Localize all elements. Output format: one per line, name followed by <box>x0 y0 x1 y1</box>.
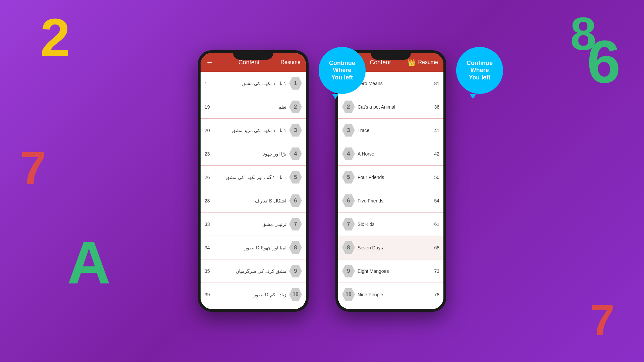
item-page: 73 <box>429 268 439 274</box>
item-page: 61 <box>429 222 439 227</box>
page-number: 39 <box>205 292 215 297</box>
list-item[interactable]: 4 A Horse 42 <box>338 142 443 166</box>
item-title: Cat's a pet Animal <box>355 104 429 110</box>
item-badge: 1 <box>289 77 302 90</box>
item-title: Six Kids <box>355 222 429 227</box>
item-badge: 5 <box>289 171 302 184</box>
item-badge: 9 <box>342 265 355 278</box>
phone-left: ← Content Resume 1 ۱ تا ۱۰ لکھنے کی مشق … <box>198 50 309 312</box>
page-number: 28 <box>205 198 215 203</box>
list-item[interactable]: 28 اشکال کا تعارف 6 <box>201 189 306 213</box>
list-item[interactable]: 33 ترتیبی مشق 7 <box>201 213 306 236</box>
list-item[interactable]: 10 Nine People 78 <box>338 283 443 306</box>
list-item[interactable]: 5 Four Friends 50 <box>338 166 443 189</box>
item-title: Seven Days <box>355 245 429 250</box>
list-item[interactable]: 34 لمبا اور چھوٹا کا تصور 8 <box>201 236 306 259</box>
item-badge: 10 <box>342 288 355 301</box>
item-badge: 8 <box>342 241 355 254</box>
item-badge: 8 <box>289 241 302 254</box>
item-badge: 3 <box>289 124 302 137</box>
item-title: ۰ تا ۲۰ گننے اور لکھنے کی مشق <box>215 175 289 180</box>
item-title: مشق کرنے کی سرگرمیاں <box>215 268 289 274</box>
item-title: Zero Means <box>355 81 429 86</box>
item-title: ترتیبی مشق <box>215 222 289 227</box>
item-title: Five Friends <box>355 198 429 203</box>
item-page: 42 <box>429 151 439 157</box>
bubble-right: Continue Where You left <box>456 47 503 94</box>
item-page: 68 <box>429 245 439 250</box>
page-number: 23 <box>205 151 215 157</box>
item-page: 50 <box>429 175 439 180</box>
item-page: 78 <box>429 292 439 297</box>
phone-right-screen: ← Content 👑 Resume 1 Zero Means 81 2 Cat… <box>338 53 443 309</box>
item-badge: 4 <box>289 147 302 160</box>
item-badge: 3 <box>342 124 355 137</box>
item-title: بڑا اور چھوٹا <box>215 151 289 157</box>
item-page: 36 <box>429 104 439 110</box>
item-badge: 4 <box>342 147 355 160</box>
phones-wrapper: Continue Where You left ← Content Resume… <box>0 0 644 362</box>
item-badge: 9 <box>289 265 302 278</box>
item-badge: 2 <box>289 101 302 113</box>
phone-right-notch <box>371 50 411 60</box>
header-resume-right[interactable]: Resume <box>418 59 438 65</box>
list-item[interactable]: 23 بڑا اور چھوٹا 4 <box>201 142 306 166</box>
list-item[interactable]: 9 Eight Mangoes 73 <box>338 259 443 283</box>
phone-right-list: 1 Zero Means 81 2 Cat's a pet Animal 36 … <box>338 72 443 309</box>
page-number: 1 <box>205 81 215 86</box>
item-title: Nine People <box>355 292 429 297</box>
phone-left-wrapper: Continue Where You left ← Content Resume… <box>198 50 309 312</box>
item-title: Eight Mangoes <box>355 268 429 274</box>
item-badge: 7 <box>289 218 302 231</box>
page-number: 35 <box>205 268 215 274</box>
page-number: 33 <box>205 222 215 227</box>
list-item[interactable]: 2 Cat's a pet Animal 36 <box>338 95 443 119</box>
item-badge: 5 <box>342 171 355 184</box>
item-title: ۱ تا ۱۰ لکھنے کی مشق <box>215 81 289 86</box>
item-page: 54 <box>429 198 439 203</box>
item-title: Trace <box>355 128 429 133</box>
crown-icon: 👑 <box>408 58 416 66</box>
item-title: نظم <box>215 104 289 110</box>
item-badge: 10 <box>289 288 302 301</box>
list-item[interactable]: 6 Five Friends 54 <box>338 189 443 213</box>
item-badge: 2 <box>342 101 355 113</box>
page-number: 20 <box>205 128 215 133</box>
list-item[interactable]: 3 Trace 41 <box>338 119 443 142</box>
header-title-left: Content <box>217 59 280 66</box>
phone-left-list: 1 ۱ تا ۱۰ لکھنے کی مشق 1 19 نظم 2 20 ۱ ت… <box>201 72 306 309</box>
item-title: Four Friends <box>355 175 429 180</box>
phone-left-screen: ← Content Resume 1 ۱ تا ۱۰ لکھنے کی مشق … <box>201 53 306 309</box>
phone-left-notch <box>233 50 273 60</box>
item-badge: 6 <box>289 194 302 207</box>
list-item[interactable]: 39 زیادہ کم کا تصور 10 <box>201 283 306 306</box>
page-number: 34 <box>205 245 215 250</box>
list-item[interactable]: 35 مشق کرنے کی سرگرمیاں 9 <box>201 259 306 283</box>
item-title: زیادہ کم کا تصور <box>215 292 289 297</box>
item-badge: 6 <box>342 194 355 207</box>
bubble-left: Continue Where You left <box>319 47 366 94</box>
list-item[interactable]: 7 Six Kids 61 <box>338 213 443 236</box>
item-title: ۱ تا ۱۰ لکھنے کی مزید مشق <box>215 128 289 133</box>
back-arrow-left[interactable]: ← <box>206 58 213 67</box>
item-title: لمبا اور چھوٹا کا تصور <box>215 245 289 250</box>
item-title: A Horse <box>355 151 429 157</box>
item-title: اشکال کا تعارف <box>215 198 289 203</box>
list-item[interactable]: 20 ۱ تا ۱۰ لکھنے کی مزید مشق 3 <box>201 119 306 142</box>
list-item[interactable]: 1 ۱ تا ۱۰ لکھنے کی مشق 1 <box>201 72 306 95</box>
item-page: 41 <box>429 128 439 133</box>
header-resume-left[interactable]: Resume <box>280 59 301 65</box>
list-item[interactable]: 8 Seven Days 68 <box>338 236 443 259</box>
page-number: 19 <box>205 104 215 110</box>
list-item[interactable]: 19 نظم 2 <box>201 95 306 119</box>
list-item[interactable]: 26 ۰ تا ۲۰ گننے اور لکھنے کی مشق 5 <box>201 166 306 189</box>
item-badge: 7 <box>342 218 355 231</box>
item-page: 81 <box>429 81 439 86</box>
page-number: 26 <box>205 175 215 180</box>
